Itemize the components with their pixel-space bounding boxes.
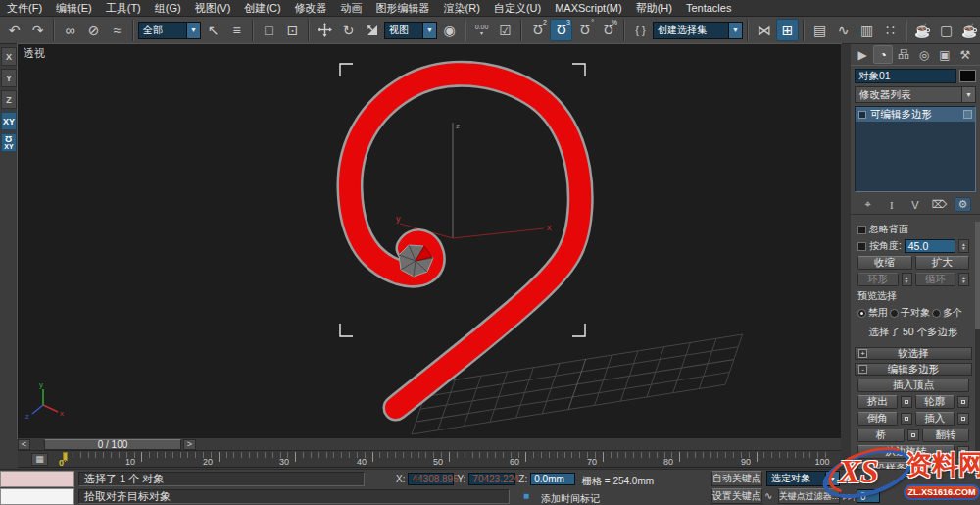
menu-maxscript[interactable]: MAXScript(M) (548, 2, 628, 14)
tab-hierarchy[interactable]: 品 (894, 45, 913, 64)
flip-button[interactable]: 翻转 (922, 429, 969, 442)
loop-button[interactable]: 循环 (915, 273, 956, 286)
make-unique-button[interactable]: V (907, 197, 924, 212)
menu-animation[interactable]: 动画 (334, 1, 369, 16)
by-angle-checkbox[interactable] (858, 242, 866, 251)
stack-item-editable-poly[interactable]: 可编辑多边形 (856, 107, 975, 122)
bridge-settings-button[interactable] (907, 429, 919, 441)
menu-modifiers[interactable]: 修改器 (288, 1, 334, 16)
object-color-swatch[interactable] (959, 70, 976, 82)
time-slider-handle[interactable]: 0 / 100 (44, 439, 181, 450)
restrict-y-button[interactable]: Y (1, 69, 17, 87)
remove-modifier-button[interactable]: ⌦ (931, 197, 948, 212)
angle-snap-toggle-button[interactable]: Ω° (573, 19, 596, 41)
ring-spinner[interactable]: ▴▾ (902, 273, 912, 286)
snap-xy-button[interactable]: ΩXY (1, 133, 17, 152)
redo-button[interactable]: ↷ (26, 19, 49, 41)
chevron-down-icon[interactable]: ▼ (186, 23, 200, 38)
next-frame-button[interactable]: > (183, 439, 196, 450)
material-editor-button[interactable]: ∷ (879, 19, 902, 41)
tab-motion[interactable]: ◎ (914, 45, 934, 64)
auto-key-button[interactable]: 自动关键点 (711, 471, 762, 486)
by-angle-field[interactable]: 45.0 (905, 239, 956, 253)
preview-disable-radio[interactable] (858, 309, 866, 318)
shrink-button[interactable]: 收缩 (858, 256, 912, 270)
mirror-button[interactable]: ⋈ (753, 19, 775, 41)
tab-display[interactable]: ▣ (935, 45, 955, 64)
reference-coordinate-dropdown[interactable]: 视图 ▼ (384, 22, 437, 39)
modifier-list-dropdown[interactable]: 修改器列表 ▼ (855, 86, 976, 103)
menu-tools[interactable]: 工具(T) (99, 1, 148, 16)
soft-selection-rollout-header[interactable]: + 软选择 (855, 347, 972, 360)
pin-stack-button[interactable]: ⌖ (859, 197, 876, 212)
percent-snap-toggle-button[interactable]: Ω% (597, 19, 619, 41)
configure-modifier-sets-button[interactable]: ⚙ (955, 197, 971, 212)
window-crossing-button[interactable]: ⊡ (281, 19, 304, 41)
menu-views[interactable]: 视图(V) (188, 1, 238, 16)
viewport-canvas[interactable]: y x z x y (18, 44, 841, 438)
chevron-down-icon[interactable]: ▼ (961, 87, 975, 102)
ignore-backfacing-checkbox[interactable] (858, 226, 866, 234)
extrude-settings-button[interactable] (901, 396, 912, 408)
undo-button[interactable]: ↶ (3, 19, 25, 41)
rectangular-selection-region-button[interactable]: □ (258, 19, 280, 41)
tab-utilities[interactable]: ⚒ (956, 45, 975, 64)
layer-manager-button[interactable]: ▤ (808, 19, 831, 41)
bevel-button[interactable]: 倒角 (858, 412, 898, 426)
edit-polygons-rollout-header[interactable]: - 编辑多边形 (855, 363, 972, 376)
select-object-button[interactable]: ↖ (202, 19, 224, 41)
perspective-viewport[interactable]: y x z x y (18, 44, 841, 438)
snap-toggle-2d-button[interactable]: Ω2 (526, 19, 549, 41)
unlink-selection-button[interactable]: ⊘ (82, 19, 105, 41)
named-selection-sets-dropdown[interactable]: 创建选择集 ▼ (653, 22, 743, 39)
spinner-snap-button[interactable]: 0.00 ▾ (470, 19, 493, 41)
select-and-link-button[interactable]: ∞ (59, 19, 81, 41)
tab-modify[interactable]: ◔ (873, 45, 893, 64)
selection-filter-dropdown[interactable]: 全部 ▼ (138, 22, 201, 39)
select-and-manipulate-button[interactable]: ☑ (494, 19, 516, 41)
inset-button[interactable]: 插入 (915, 412, 956, 426)
bind-to-space-warp-button[interactable]: ≈ (106, 19, 128, 41)
mini-curve-editor-button[interactable]: ▦ (31, 453, 48, 466)
align-button[interactable]: ⊞ (776, 19, 799, 41)
snap-toggle-3d-button[interactable]: Ω3 (550, 19, 572, 41)
z-coord-field[interactable]: 0.0mm (530, 473, 575, 485)
outline-button[interactable]: 轮廓 (915, 395, 956, 409)
previous-frame-button[interactable]: < (18, 439, 30, 450)
show-end-result-button[interactable]: I (883, 197, 900, 212)
bevel-settings-button[interactable] (901, 413, 912, 425)
use-pivot-point-button[interactable]: ◉ (438, 19, 461, 41)
set-key-button[interactable]: 设置关键点 (711, 488, 762, 504)
y-coord-field[interactable]: 70423.224 (468, 473, 515, 485)
menu-graph-editors[interactable]: 图形编辑器 (369, 1, 437, 16)
menu-file[interactable]: 文件(F) (0, 1, 49, 16)
x-coord-field[interactable]: 44308.895 (408, 473, 454, 485)
rendered-frame-window-button[interactable]: ▢ (935, 19, 957, 41)
restrict-x-button[interactable]: X (1, 47, 17, 66)
track-bar[interactable]: ▦ 0 10 20 30 40 50 60 70 80 90 100 (18, 451, 841, 468)
menu-help[interactable]: 帮助(H) (629, 1, 679, 16)
object-name-field[interactable]: 对象01 (855, 69, 956, 83)
chevron-down-icon[interactable]: ▼ (728, 23, 742, 38)
restrict-xy-plane-button[interactable]: XY (1, 112, 17, 130)
add-time-tag[interactable]: 添加时间标记 (541, 492, 600, 505)
viewport-label[interactable]: 透视 (24, 46, 45, 61)
select-and-move-button[interactable] (314, 19, 336, 41)
menu-edit[interactable]: 编辑(E) (49, 1, 99, 16)
insert-vertex-button[interactable]: 插入顶点 (858, 379, 969, 392)
loop-spinner[interactable]: ▴▾ (958, 273, 969, 286)
restrict-z-button[interactable]: Z (1, 90, 17, 109)
schematic-view-button[interactable]: ▥ (856, 19, 878, 41)
ring-button[interactable]: 环形 (858, 273, 899, 286)
isolate-cube-icon[interactable]: ■ (523, 490, 529, 501)
render-setup-button[interactable]: ☕ (911, 19, 934, 41)
preview-subobject-radio[interactable] (890, 309, 899, 318)
chevron-down-icon[interactable]: ▼ (422, 23, 436, 38)
menu-create[interactable]: 创建(C) (237, 1, 287, 16)
menu-rendering[interactable]: 渲染(R) (437, 1, 487, 16)
mini-listener-field[interactable] (0, 488, 74, 505)
panel-scrollbar-thumb[interactable] (975, 222, 980, 329)
preview-multiple-radio[interactable] (932, 309, 941, 318)
select-by-name-button[interactable]: ≡ (225, 19, 248, 41)
render-production-button[interactable]: ☕ (958, 19, 980, 41)
